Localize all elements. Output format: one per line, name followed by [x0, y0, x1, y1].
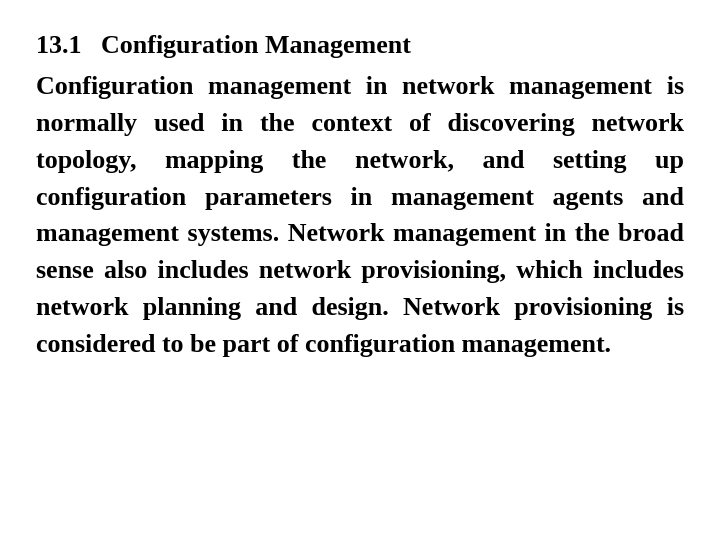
section-body: Configuration management in network mana…: [36, 68, 684, 363]
section-title: 13.1 Configuration Management: [36, 28, 684, 62]
section-heading: Configuration Management: [101, 30, 411, 59]
page-container: 13.1 Configuration Management Configurat…: [0, 0, 720, 540]
section-number: 13.1: [36, 30, 82, 59]
